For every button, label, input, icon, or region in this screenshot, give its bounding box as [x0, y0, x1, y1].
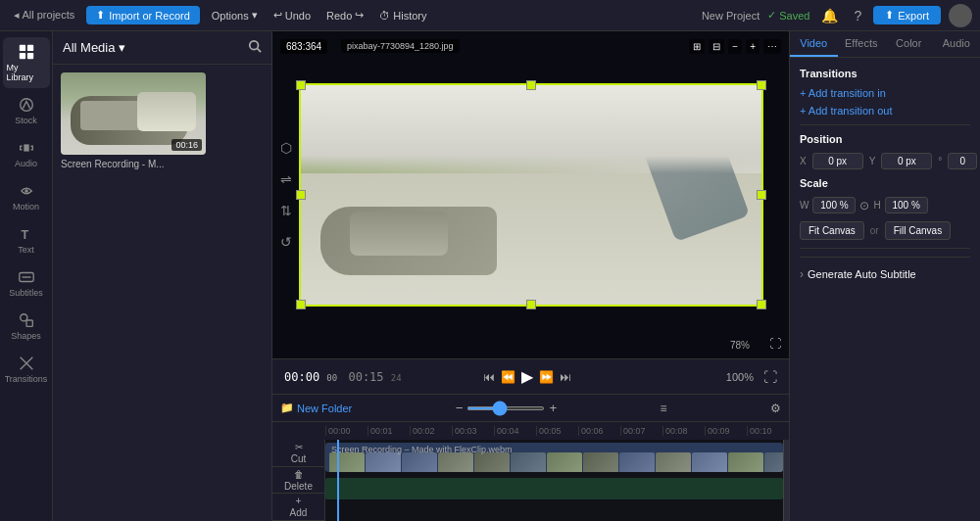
sidebar-item-text[interactable]: T Text	[3, 219, 50, 260]
handle-right-mid[interactable]	[757, 190, 766, 200]
media-title[interactable]: All Media ▾	[63, 40, 125, 55]
help-button[interactable]: ?	[850, 6, 865, 25]
handle-top-mid[interactable]	[526, 80, 536, 90]
saved-badge: ✓ Saved	[767, 9, 809, 22]
playback-controls: ⏮ ⏪ ▶ ⏩ ⏭	[483, 367, 571, 386]
ruler-mark-9: 00:09	[705, 426, 747, 436]
zoom-in-timeline-button[interactable]: +	[549, 401, 557, 415]
y-input[interactable]	[881, 153, 932, 169]
fullscreen-button[interactable]: ⛶	[763, 369, 777, 385]
motion-icon	[18, 182, 35, 200]
undo-button[interactable]: ↩ Undo	[268, 7, 317, 24]
sidebar-item-motion[interactable]: Motion	[3, 176, 50, 217]
notification-button[interactable]: 🔔	[817, 6, 842, 25]
preview-area[interactable]: ⬡ ⇌ ⇅ ↺	[272, 31, 789, 358]
delete-button[interactable]: 🗑 Delete	[284, 469, 313, 492]
scale-title: Scale	[800, 177, 970, 189]
handle-top-left[interactable]	[296, 80, 306, 90]
import-record-button[interactable]: ⬆ Import or Record	[86, 6, 200, 24]
zoom-out-timeline-button[interactable]: −	[456, 401, 464, 415]
add-transition-in[interactable]: + Add transition in	[800, 87, 970, 99]
generate-subtitle-label: Generate Auto Subtitle	[808, 268, 916, 280]
skip-start-button[interactable]: ⏮	[483, 370, 495, 384]
add-button[interactable]: + Add	[290, 496, 308, 518]
flip-h-button[interactable]: ⇌	[274, 167, 298, 191]
export-button[interactable]: ⬆ Export	[873, 6, 941, 24]
preview-snap-button[interactable]: ⊟	[709, 39, 724, 54]
tab-effects[interactable]: Effects	[838, 31, 886, 57]
timeline-tracks: ✂ Cut 🗑 Delete + Add	[272, 440, 789, 521]
transitions-label: Transitions	[5, 374, 48, 384]
shapes-label: Shapes	[11, 331, 41, 341]
generate-subtitle-section[interactable]: › Generate Auto Subtitle	[800, 257, 970, 291]
timeline-content[interactable]: Screen Recording – Made with FlexClip.we…	[325, 440, 783, 521]
video-clip[interactable]: Screen Recording – Made with FlexClip.we…	[325, 443, 783, 472]
preview-grid-button[interactable]: ⊞	[689, 39, 705, 54]
shapes-icon	[18, 311, 35, 329]
tab-color[interactable]: Color	[885, 31, 933, 57]
play-pause-button[interactable]: ▶	[521, 367, 533, 386]
position-title: Position	[800, 133, 970, 145]
redo-button[interactable]: Redo ↪	[320, 7, 369, 24]
sidebar-item-audio[interactable]: Audio	[3, 133, 50, 174]
fill-canvas-button[interactable]: Fill Canvas	[885, 221, 951, 240]
duration-badge: 00:16	[172, 139, 202, 151]
height-input[interactable]	[885, 197, 928, 213]
chain-icon[interactable]: ⊙	[859, 199, 869, 213]
preview-image	[301, 85, 761, 305]
timeline-ruler: 00:00 00:01 00:02 00:03 00:04 00:05 00:0…	[272, 422, 789, 440]
x-input[interactable]	[812, 153, 863, 169]
zoom-slider[interactable]	[466, 406, 545, 410]
timeline-playhead[interactable]	[337, 440, 339, 521]
crop-tool-button[interactable]: ⬡	[274, 136, 298, 160]
sidebar-item-subtitles[interactable]: Subtitles	[3, 262, 50, 304]
clip-thumb-11	[692, 452, 727, 472]
rotate-button[interactable]: ↺	[274, 230, 298, 254]
timeline-settings-button[interactable]: ⚙	[770, 402, 781, 415]
handle-bottom-right[interactable]	[757, 300, 766, 309]
timeline-area: 📁 New Folder − + ≡ ⚙ 00:00 00:01 00:02 0…	[272, 394, 789, 521]
preview-expand-button[interactable]: ⛶	[769, 337, 781, 351]
timeline-filter-button[interactable]: ≡	[661, 402, 667, 415]
tab-video[interactable]: Video	[790, 31, 838, 57]
sidebar-item-library[interactable]: My Library	[3, 37, 50, 88]
history-button[interactable]: ⏱ History	[373, 8, 432, 24]
clip-thumb-5	[474, 452, 510, 472]
svg-rect-3	[26, 53, 32, 59]
topbar: ◂ All projects ⬆ Import or Record Option…	[0, 0, 980, 31]
handle-top-right[interactable]	[757, 80, 766, 90]
sidebar-item-transitions[interactable]: Transitions	[3, 349, 50, 390]
media-content: 00:16 Screen Recording - M...	[53, 65, 271, 521]
width-input[interactable]	[812, 197, 856, 213]
fast-forward-button[interactable]: ⏩	[539, 370, 554, 384]
skip-end-button[interactable]: ⏭	[560, 370, 571, 384]
fit-canvas-button[interactable]: Fit Canvas	[800, 221, 864, 240]
handle-left-mid[interactable]	[296, 190, 306, 200]
playback-bar: 00:00 00 00:15 24 ⏮ ⏪ ▶ ⏩ ⏭ 100% ⛶	[272, 358, 789, 394]
tab-audio[interactable]: Audio	[933, 31, 981, 57]
audio-clip[interactable]	[325, 478, 783, 499]
preview-zoom-out-button[interactable]: −	[728, 39, 742, 54]
preview-bottom-controls: ⛶	[769, 337, 781, 351]
media-search-button[interactable]	[248, 39, 262, 56]
handle-bottom-left[interactable]	[296, 300, 306, 309]
handle-bottom-mid[interactable]	[526, 300, 536, 309]
sidebar-icons: My Library Stock Audio Motion T Text Sub…	[0, 31, 53, 521]
preview-canvas[interactable]	[299, 83, 763, 307]
preview-more-button[interactable]: ⋯	[763, 39, 781, 54]
chevron-right-icon: ›	[800, 267, 804, 281]
options-button[interactable]: Options ▾	[206, 7, 264, 24]
all-projects-button[interactable]: ◂ All projects	[8, 7, 80, 24]
avatar[interactable]	[949, 4, 972, 27]
add-transition-out[interactable]: + Add transition out	[800, 105, 970, 117]
cut-button[interactable]: ✂ Cut	[291, 442, 307, 464]
flip-v-button[interactable]: ⇅	[274, 199, 298, 222]
rewind-button[interactable]: ⏪	[501, 370, 515, 384]
media-thumbnail-item[interactable]: 00:16	[61, 72, 206, 155]
preview-zoom-in-button[interactable]: +	[746, 39, 760, 54]
rotation-input[interactable]	[948, 153, 977, 169]
sidebar-item-stock[interactable]: Stock	[3, 90, 50, 131]
new-folder-button[interactable]: 📁 New Folder	[280, 402, 352, 414]
ruler-mark-6: 00:06	[578, 426, 620, 436]
sidebar-item-shapes[interactable]: Shapes	[3, 306, 50, 347]
